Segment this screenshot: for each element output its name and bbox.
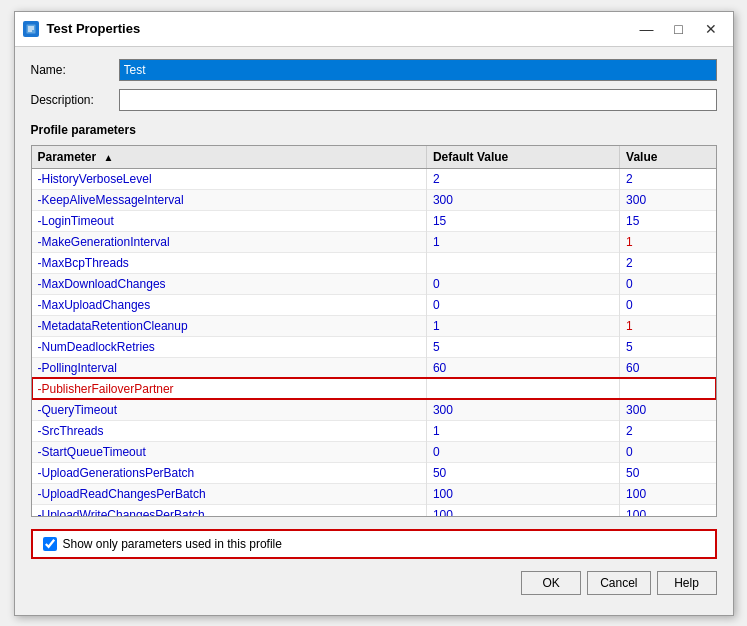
titlebar-controls: — □ ✕ <box>633 18 725 40</box>
table-row[interactable]: -HistoryVerboseLevel22 <box>32 168 716 189</box>
value-cell: 50 <box>620 462 716 483</box>
param-name-cell: -UploadReadChangesPerBatch <box>32 483 427 504</box>
value-cell: 0 <box>620 294 716 315</box>
table-row[interactable]: -KeepAliveMessageInterval300300 <box>32 189 716 210</box>
maximize-button[interactable]: □ <box>665 18 693 40</box>
table-row[interactable]: -QueryTimeout300300 <box>32 399 716 420</box>
table-row[interactable]: -MaxBcpThreads2 <box>32 252 716 273</box>
param-name-cell: -HistoryVerboseLevel <box>32 168 427 189</box>
title-bar: Test Properties — □ ✕ <box>15 12 733 47</box>
param-name-cell: -QueryTimeout <box>32 399 427 420</box>
default-value-cell: 2 <box>426 168 619 189</box>
show-only-checkbox[interactable] <box>43 537 57 551</box>
dialog-title: Test Properties <box>47 21 625 36</box>
value-cell: 1 <box>620 315 716 336</box>
param-name-cell: -PublisherFailoverPartner <box>32 378 427 399</box>
name-input[interactable] <box>119 59 717 81</box>
default-value-cell <box>426 252 619 273</box>
table-header-row: Parameter ▲ Default Value Value <box>32 146 716 169</box>
description-row: Description: <box>31 89 717 111</box>
table-row[interactable]: -MaxUploadChanges00 <box>32 294 716 315</box>
table-row[interactable]: -NumDeadlockRetries55 <box>32 336 716 357</box>
default-value-cell <box>426 378 619 399</box>
table-row[interactable]: -MakeGenerationInterval11 <box>32 231 716 252</box>
value-cell: 100 <box>620 504 716 516</box>
table-row[interactable]: -PublisherFailoverPartner <box>32 378 716 399</box>
parameters-table: Parameter ▲ Default Value Value -History… <box>32 146 716 516</box>
param-name-cell: -StartQueueTimeout <box>32 441 427 462</box>
value-cell: 2 <box>620 168 716 189</box>
param-name-cell: -PollingInterval <box>32 357 427 378</box>
default-value-cell: 100 <box>426 504 619 516</box>
description-label: Description: <box>31 93 111 107</box>
cancel-button[interactable]: Cancel <box>587 571 650 595</box>
param-name-cell: -MakeGenerationInterval <box>32 231 427 252</box>
table-row[interactable]: -UploadReadChangesPerBatch100100 <box>32 483 716 504</box>
button-row: OK Cancel Help <box>31 571 717 603</box>
close-button[interactable]: ✕ <box>697 18 725 40</box>
value-cell: 0 <box>620 441 716 462</box>
default-value-cell: 1 <box>426 420 619 441</box>
table-scroll[interactable]: Parameter ▲ Default Value Value -History… <box>32 146 716 516</box>
default-value-cell: 1 <box>426 231 619 252</box>
param-name-cell: -LoginTimeout <box>32 210 427 231</box>
default-value-cell: 100 <box>426 483 619 504</box>
param-name-cell: -KeepAliveMessageInterval <box>32 189 427 210</box>
default-value-cell: 300 <box>426 399 619 420</box>
table-row[interactable]: -UploadWriteChangesPerBatch100100 <box>32 504 716 516</box>
dialog-window: Test Properties — □ ✕ Name: Description:… <box>14 11 734 616</box>
col-default-value: Default Value <box>426 146 619 169</box>
show-only-checkbox-row: Show only parameters used in this profil… <box>31 529 717 559</box>
param-name-cell: -NumDeadlockRetries <box>32 336 427 357</box>
default-value-cell: 0 <box>426 294 619 315</box>
default-value-cell: 1 <box>426 315 619 336</box>
param-name-cell: -UploadGenerationsPerBatch <box>32 462 427 483</box>
table-body: -HistoryVerboseLevel22-KeepAliveMessageI… <box>32 168 716 516</box>
value-cell: 300 <box>620 189 716 210</box>
parameters-table-container: Parameter ▲ Default Value Value -History… <box>31 145 717 517</box>
default-value-cell: 15 <box>426 210 619 231</box>
param-name-cell: -UploadWriteChangesPerBatch <box>32 504 427 516</box>
value-cell: 60 <box>620 357 716 378</box>
table-row[interactable]: -LoginTimeout1515 <box>32 210 716 231</box>
value-cell: 2 <box>620 252 716 273</box>
ok-button[interactable]: OK <box>521 571 581 595</box>
param-name-cell: -MetadataRetentionCleanup <box>32 315 427 336</box>
default-value-cell: 0 <box>426 273 619 294</box>
table-row[interactable]: -MetadataRetentionCleanup11 <box>32 315 716 336</box>
help-button[interactable]: Help <box>657 571 717 595</box>
value-cell: 2 <box>620 420 716 441</box>
param-name-cell: -MaxDownloadChanges <box>32 273 427 294</box>
value-cell: 0 <box>620 273 716 294</box>
description-input[interactable] <box>119 89 717 111</box>
col-value: Value <box>620 146 716 169</box>
default-value-cell: 5 <box>426 336 619 357</box>
dialog-icon <box>23 21 39 37</box>
value-cell: 100 <box>620 483 716 504</box>
table-row[interactable]: -MaxDownloadChanges00 <box>32 273 716 294</box>
value-cell: 15 <box>620 210 716 231</box>
value-cell: 5 <box>620 336 716 357</box>
value-cell: 300 <box>620 399 716 420</box>
param-name-cell: -MaxUploadChanges <box>32 294 427 315</box>
default-value-cell: 60 <box>426 357 619 378</box>
default-value-cell: 0 <box>426 441 619 462</box>
minimize-button[interactable]: — <box>633 18 661 40</box>
param-name-cell: -MaxBcpThreads <box>32 252 427 273</box>
value-cell <box>620 378 716 399</box>
name-label: Name: <box>31 63 111 77</box>
table-row[interactable]: -StartQueueTimeout00 <box>32 441 716 462</box>
table-row[interactable]: -SrcThreads12 <box>32 420 716 441</box>
param-name-cell: -SrcThreads <box>32 420 427 441</box>
table-row[interactable]: -PollingInterval6060 <box>32 357 716 378</box>
table-row[interactable]: -UploadGenerationsPerBatch5050 <box>32 462 716 483</box>
value-cell: 1 <box>620 231 716 252</box>
default-value-cell: 50 <box>426 462 619 483</box>
show-only-label[interactable]: Show only parameters used in this profil… <box>63 537 282 551</box>
col-parameter: Parameter ▲ <box>32 146 427 169</box>
name-row: Name: <box>31 59 717 81</box>
dialog-body: Name: Description: Profile parameters Pa… <box>15 47 733 615</box>
sort-arrow-icon: ▲ <box>104 152 114 163</box>
default-value-cell: 300 <box>426 189 619 210</box>
section-title: Profile parameters <box>31 123 717 137</box>
